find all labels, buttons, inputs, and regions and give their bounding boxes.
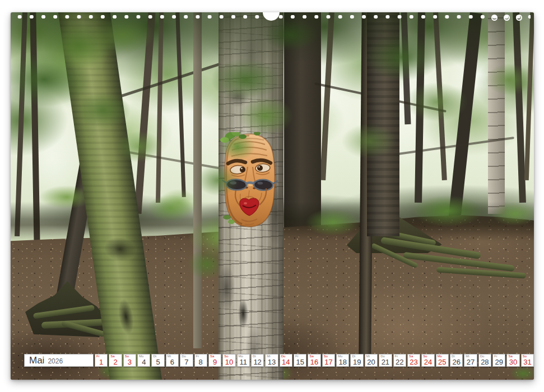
day-number: 7: [180, 358, 192, 366]
day-number: 31: [522, 358, 533, 366]
day-number: 9: [209, 358, 221, 366]
day-number: 6: [166, 358, 178, 366]
calendar-day-cell: Do 21: [379, 354, 392, 367]
day-number: 25: [436, 358, 448, 366]
calendar-day-cell: Fr 1: [95, 354, 108, 367]
day-number: 10: [223, 358, 235, 366]
calendar-day-cell: So 24: [421, 354, 434, 367]
day-number: 17: [323, 358, 334, 366]
calendar-day-cell: Do 28: [478, 354, 491, 367]
calendar-day-cell: Fr 29: [492, 354, 505, 367]
day-number: 20: [365, 358, 377, 366]
day-number: 1: [95, 358, 107, 366]
day-number: 23: [408, 358, 420, 366]
day-number: 12: [252, 358, 263, 366]
day-number: 22: [394, 358, 406, 366]
calendar-day-cell: Mo 4: [137, 354, 150, 367]
calendar-day-cell: Fr 15: [294, 354, 306, 367]
day-number: 13: [266, 358, 277, 366]
calendar-product-view: Mai 2026 Fr 1 Sa 2 So 3 Mo 4 Di: [0, 0, 544, 392]
day-number: 26: [450, 358, 462, 366]
punch-hole-ring: [516, 15, 522, 21]
calendar-day-cell: So 3: [123, 354, 136, 367]
day-number: 21: [379, 358, 391, 366]
day-number: 4: [138, 358, 150, 366]
day-number: 18: [337, 358, 348, 366]
calendar-day-cell: Mo 25: [436, 354, 449, 367]
day-number: 3: [124, 358, 136, 366]
calendar-day-cell: Mo 11: [237, 354, 250, 367]
calendar-strip: Mai 2026 Fr 1 Sa 2 So 3 Mo 4 Di: [24, 354, 534, 367]
calendar-sheet-photo: Mai 2026 Fr 1 Sa 2 So 3 Mo 4 Di: [11, 12, 534, 380]
calendar-day-cell: Di 26: [450, 354, 463, 367]
year-label: 2026: [48, 356, 63, 365]
day-number: 8: [195, 358, 207, 366]
calendar-day-cell: So 31: [521, 354, 534, 367]
month-name: Mai: [29, 356, 44, 365]
carved-face-art: [220, 132, 278, 228]
day-number: 28: [479, 358, 491, 366]
punch-hole-ring: [491, 15, 497, 21]
day-number: 11: [238, 358, 249, 366]
punch-hole-ring: [504, 15, 510, 21]
calendar-day-cell: So 17: [322, 354, 335, 367]
day-number: 2: [109, 358, 121, 366]
calendar-day-cell: Di 5: [151, 354, 164, 367]
calendar-day-cell: Mo 18: [336, 354, 349, 367]
calendar-day-cell: Sa 2: [109, 354, 122, 367]
day-number: 16: [308, 358, 320, 366]
calendar-day-cell: Mi 20: [365, 354, 378, 367]
large-right-trunk: [367, 12, 399, 236]
carved-face-sculpture: [220, 132, 278, 228]
day-number: 15: [294, 358, 306, 366]
day-number: 5: [152, 358, 164, 366]
day-number: 19: [351, 358, 362, 366]
calendar-day-cell: Do 14: [280, 354, 292, 367]
calendar-day-cell: Di 12: [251, 354, 264, 367]
calendar-day-cell: Di 19: [350, 354, 363, 367]
calendar-day-cell: Sa 30: [506, 354, 519, 367]
calendar-day-cell: Sa 9: [208, 354, 221, 367]
day-number: 14: [280, 358, 292, 366]
calendar-day-cell: Sa 23: [407, 354, 420, 367]
calendar-day-cell: So 10: [222, 354, 235, 367]
calendar-day-cell: Sa 16: [308, 354, 320, 367]
day-cells: Fr 1 Sa 2 So 3 Mo 4 Di 5 Mi 6: [95, 354, 534, 367]
day-number: 29: [493, 358, 505, 366]
month-label-box: Mai 2026: [24, 354, 94, 367]
day-number: 24: [422, 358, 434, 366]
calendar-day-cell: Fr 8: [194, 354, 207, 367]
calendar-day-cell: Mi 27: [464, 354, 477, 367]
calendar-day-cell: Fr 22: [393, 354, 406, 367]
day-number: 27: [464, 358, 476, 366]
calendar-day-cell: Mi 13: [265, 354, 278, 367]
calendar-day-cell: Mi 6: [166, 354, 179, 367]
calendar-day-cell: Do 7: [180, 354, 193, 367]
day-number: 30: [507, 358, 519, 366]
